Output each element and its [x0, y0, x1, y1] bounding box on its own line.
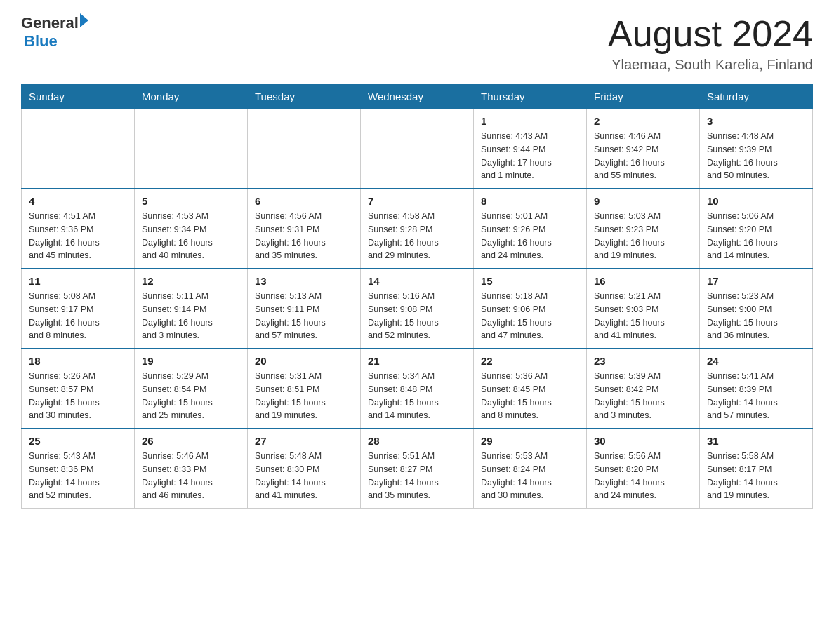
- day-number: 6: [255, 195, 353, 207]
- day-number: 8: [481, 195, 579, 207]
- logo-arrow-icon: [80, 13, 88, 27]
- day-number: 26: [142, 435, 240, 447]
- calendar-cell: 9Sunrise: 5:03 AM Sunset: 9:23 PM Daylig…: [587, 189, 700, 269]
- day-number: 31: [707, 435, 805, 447]
- day-info: Sunrise: 5:16 AM Sunset: 9:08 PM Dayligh…: [368, 290, 466, 342]
- day-info: Sunrise: 5:06 AM Sunset: 9:20 PM Dayligh…: [707, 210, 805, 262]
- calendar-cell: 4Sunrise: 4:51 AM Sunset: 9:36 PM Daylig…: [22, 189, 135, 269]
- header-day: Monday: [135, 85, 248, 109]
- calendar-cell: [135, 109, 248, 189]
- day-number: 25: [29, 435, 127, 447]
- day-number: 15: [481, 275, 579, 287]
- calendar-cell: 17Sunrise: 5:23 AM Sunset: 9:00 PM Dayli…: [700, 269, 813, 349]
- day-info: Sunrise: 4:56 AM Sunset: 9:31 PM Dayligh…: [255, 210, 353, 262]
- day-info: Sunrise: 5:46 AM Sunset: 8:33 PM Dayligh…: [142, 450, 240, 502]
- calendar-cell: 18Sunrise: 5:26 AM Sunset: 8:57 PM Dayli…: [22, 349, 135, 429]
- calendar-cell: 30Sunrise: 5:56 AM Sunset: 8:20 PM Dayli…: [587, 429, 700, 509]
- calendar-cell: 8Sunrise: 5:01 AM Sunset: 9:26 PM Daylig…: [474, 189, 587, 269]
- calendar-table: SundayMondayTuesdayWednesdayThursdayFrid…: [21, 84, 813, 509]
- day-number: 28: [368, 435, 466, 447]
- day-number: 4: [29, 195, 127, 207]
- day-number: 20: [255, 355, 353, 367]
- day-info: Sunrise: 5:51 AM Sunset: 8:27 PM Dayligh…: [368, 450, 466, 502]
- header-row: SundayMondayTuesdayWednesdayThursdayFrid…: [22, 85, 813, 109]
- day-number: 12: [142, 275, 240, 287]
- calendar-cell: 6Sunrise: 4:56 AM Sunset: 9:31 PM Daylig…: [248, 189, 361, 269]
- calendar-cell: [361, 109, 474, 189]
- calendar-cell: 21Sunrise: 5:34 AM Sunset: 8:48 PM Dayli…: [361, 349, 474, 429]
- day-number: 14: [368, 275, 466, 287]
- day-info: Sunrise: 5:21 AM Sunset: 9:03 PM Dayligh…: [594, 290, 692, 342]
- day-info: Sunrise: 5:03 AM Sunset: 9:23 PM Dayligh…: [594, 210, 692, 262]
- calendar-cell: 10Sunrise: 5:06 AM Sunset: 9:20 PM Dayli…: [700, 189, 813, 269]
- logo: General Blue: [21, 14, 88, 51]
- calendar-cell: 7Sunrise: 4:58 AM Sunset: 9:28 PM Daylig…: [361, 189, 474, 269]
- calendar-cell: 29Sunrise: 5:53 AM Sunset: 8:24 PM Dayli…: [474, 429, 587, 509]
- day-number: 17: [707, 275, 805, 287]
- calendar-week-row: 25Sunrise: 5:43 AM Sunset: 8:36 PM Dayli…: [22, 429, 813, 509]
- day-info: Sunrise: 5:36 AM Sunset: 8:45 PM Dayligh…: [481, 370, 579, 422]
- day-info: Sunrise: 5:56 AM Sunset: 8:20 PM Dayligh…: [594, 450, 692, 502]
- calendar-cell: [248, 109, 361, 189]
- day-number: 30: [594, 435, 692, 447]
- calendar-week-row: 4Sunrise: 4:51 AM Sunset: 9:36 PM Daylig…: [22, 189, 813, 269]
- day-info: Sunrise: 5:23 AM Sunset: 9:00 PM Dayligh…: [707, 290, 805, 342]
- day-number: 19: [142, 355, 240, 367]
- day-info: Sunrise: 5:34 AM Sunset: 8:48 PM Dayligh…: [368, 370, 466, 422]
- calendar-week-row: 11Sunrise: 5:08 AM Sunset: 9:17 PM Dayli…: [22, 269, 813, 349]
- day-info: Sunrise: 5:26 AM Sunset: 8:57 PM Dayligh…: [29, 370, 127, 422]
- day-number: 2: [594, 115, 692, 127]
- calendar-cell: 26Sunrise: 5:46 AM Sunset: 8:33 PM Dayli…: [135, 429, 248, 509]
- day-info: Sunrise: 5:39 AM Sunset: 8:42 PM Dayligh…: [594, 370, 692, 422]
- day-number: 21: [368, 355, 466, 367]
- calendar-cell: 13Sunrise: 5:13 AM Sunset: 9:11 PM Dayli…: [248, 269, 361, 349]
- calendar-cell: 2Sunrise: 4:46 AM Sunset: 9:42 PM Daylig…: [587, 109, 700, 189]
- day-info: Sunrise: 4:51 AM Sunset: 9:36 PM Dayligh…: [29, 210, 127, 262]
- day-number: 5: [142, 195, 240, 207]
- header-day: Sunday: [22, 85, 135, 109]
- header-day: Tuesday: [248, 85, 361, 109]
- calendar-subtitle: Ylaemaa, South Karelia, Finland: [608, 57, 813, 73]
- day-info: Sunrise: 5:43 AM Sunset: 8:36 PM Dayligh…: [29, 450, 127, 502]
- day-number: 10: [707, 195, 805, 207]
- calendar-cell: 3Sunrise: 4:48 AM Sunset: 9:39 PM Daylig…: [700, 109, 813, 189]
- day-info: Sunrise: 5:48 AM Sunset: 8:30 PM Dayligh…: [255, 450, 353, 502]
- calendar-cell: 23Sunrise: 5:39 AM Sunset: 8:42 PM Dayli…: [587, 349, 700, 429]
- header-day: Friday: [587, 85, 700, 109]
- calendar-week-row: 1Sunrise: 4:43 AM Sunset: 9:44 PM Daylig…: [22, 109, 813, 189]
- day-number: 13: [255, 275, 353, 287]
- logo-general: General: [21, 14, 79, 32]
- page-header: General Blue August 2024 Ylaemaa, South …: [21, 14, 813, 73]
- calendar-cell: 24Sunrise: 5:41 AM Sunset: 8:39 PM Dayli…: [700, 349, 813, 429]
- day-info: Sunrise: 5:53 AM Sunset: 8:24 PM Dayligh…: [481, 450, 579, 502]
- header-day: Wednesday: [361, 85, 474, 109]
- header-day: Thursday: [474, 85, 587, 109]
- calendar-cell: 25Sunrise: 5:43 AM Sunset: 8:36 PM Dayli…: [22, 429, 135, 509]
- day-info: Sunrise: 5:08 AM Sunset: 9:17 PM Dayligh…: [29, 290, 127, 342]
- day-number: 27: [255, 435, 353, 447]
- calendar-cell: 31Sunrise: 5:58 AM Sunset: 8:17 PM Dayli…: [700, 429, 813, 509]
- calendar-cell: 15Sunrise: 5:18 AM Sunset: 9:06 PM Dayli…: [474, 269, 587, 349]
- calendar-cell: 1Sunrise: 4:43 AM Sunset: 9:44 PM Daylig…: [474, 109, 587, 189]
- title-area: August 2024 Ylaemaa, South Karelia, Finl…: [608, 14, 813, 73]
- day-number: 23: [594, 355, 692, 367]
- day-info: Sunrise: 5:01 AM Sunset: 9:26 PM Dayligh…: [481, 210, 579, 262]
- calendar-cell: 19Sunrise: 5:29 AM Sunset: 8:54 PM Dayli…: [135, 349, 248, 429]
- day-number: 22: [481, 355, 579, 367]
- day-info: Sunrise: 4:43 AM Sunset: 9:44 PM Dayligh…: [481, 130, 579, 182]
- calendar-week-row: 18Sunrise: 5:26 AM Sunset: 8:57 PM Dayli…: [22, 349, 813, 429]
- day-number: 7: [368, 195, 466, 207]
- calendar-cell: 27Sunrise: 5:48 AM Sunset: 8:30 PM Dayli…: [248, 429, 361, 509]
- day-number: 1: [481, 115, 579, 127]
- calendar-cell: 12Sunrise: 5:11 AM Sunset: 9:14 PM Dayli…: [135, 269, 248, 349]
- calendar-cell: 14Sunrise: 5:16 AM Sunset: 9:08 PM Dayli…: [361, 269, 474, 349]
- day-info: Sunrise: 4:53 AM Sunset: 9:34 PM Dayligh…: [142, 210, 240, 262]
- calendar-cell: 20Sunrise: 5:31 AM Sunset: 8:51 PM Dayli…: [248, 349, 361, 429]
- calendar-cell: [22, 109, 135, 189]
- header-day: Saturday: [700, 85, 813, 109]
- day-number: 18: [29, 355, 127, 367]
- calendar-cell: 16Sunrise: 5:21 AM Sunset: 9:03 PM Dayli…: [587, 269, 700, 349]
- day-number: 29: [481, 435, 579, 447]
- day-number: 24: [707, 355, 805, 367]
- day-info: Sunrise: 5:31 AM Sunset: 8:51 PM Dayligh…: [255, 370, 353, 422]
